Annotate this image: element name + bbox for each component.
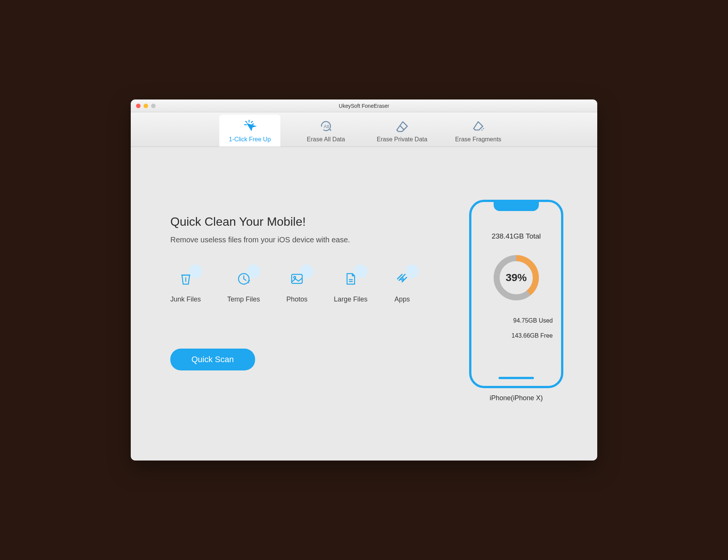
- apps-icon: [394, 271, 410, 287]
- close-button[interactable]: [136, 104, 141, 108]
- svg-line-3: [251, 121, 252, 122]
- window-controls: [131, 104, 156, 108]
- storage-donut-chart: 39%: [492, 253, 541, 302]
- left-panel: Quick Clean Your Mobile! Remove useless …: [170, 162, 458, 445]
- device-panel: 238.41GB Total 39% 94.75GB Used 143.66GB…: [458, 162, 575, 445]
- svg-point-16: [249, 280, 250, 282]
- svg-point-9: [483, 128, 484, 129]
- tab-label: Erase Private Data: [377, 136, 427, 143]
- app-window: UkeySoft FoneEraser 1-Click Free Up A: [131, 99, 597, 461]
- svg-line-14: [244, 279, 246, 280]
- category-photos: Photos: [286, 271, 307, 303]
- svg-point-6: [330, 129, 331, 131]
- cursor-click-icon: [242, 119, 257, 134]
- image-icon: [289, 271, 305, 287]
- titlebar: UkeySoft FoneEraser: [131, 99, 597, 112]
- tab-label: Erase Fragments: [455, 136, 502, 143]
- storage-percent: 39%: [492, 253, 541, 302]
- page-heading: Quick Clean Your Mobile!: [170, 215, 458, 229]
- category-apps: Apps: [394, 271, 410, 303]
- page-subheading: Remove useless files from your iOS devic…: [170, 236, 458, 244]
- svg-line-2: [246, 121, 247, 122]
- category-large-files: Large Files: [334, 271, 367, 303]
- tab-bar: 1-Click Free Up All Erase All Data Erase…: [131, 112, 597, 147]
- storage-used: 94.75GB Used: [471, 317, 553, 324]
- quick-scan-button[interactable]: Quick Scan: [170, 349, 255, 370]
- tab-erase-fragments[interactable]: Erase Fragments: [448, 115, 509, 147]
- tab-label: 1-Click Free Up: [229, 136, 271, 143]
- tab-erase-all[interactable]: All Erase All Data: [295, 115, 356, 147]
- erase-all-icon: All: [318, 119, 333, 134]
- category-label: Temp Files: [227, 295, 260, 303]
- eraser-icon: [395, 119, 410, 134]
- svg-text:All: All: [324, 124, 329, 129]
- file-icon: [343, 271, 359, 287]
- eraser-fragments-icon: [471, 119, 486, 134]
- category-label: Apps: [395, 295, 410, 303]
- category-label: Large Files: [334, 295, 367, 303]
- tab-label: Erase All Data: [307, 136, 345, 143]
- category-junk-files: Junk Files: [170, 271, 201, 303]
- category-row: Junk Files: [170, 271, 458, 303]
- window-title: UkeySoft FoneEraser: [131, 103, 597, 109]
- svg-point-15: [248, 282, 249, 283]
- svg-point-8: [482, 129, 483, 130]
- phone-outline: 238.41GB Total 39% 94.75GB Used 143.66GB…: [469, 200, 563, 388]
- phone-notch: [494, 201, 539, 211]
- trash-icon: [177, 271, 194, 287]
- home-indicator: [499, 377, 534, 379]
- svg-line-4: [252, 124, 254, 124]
- storage-total: 238.41GB Total: [492, 232, 541, 240]
- tab-free-up[interactable]: 1-Click Free Up: [219, 115, 280, 147]
- storage-free: 143.66GB Free: [471, 332, 553, 339]
- svg-point-18: [294, 277, 296, 278]
- minimize-button[interactable]: [144, 104, 148, 108]
- device-name: iPhone(iPhone X): [489, 394, 543, 402]
- category-label: Photos: [286, 295, 307, 303]
- clock-icon: [236, 271, 252, 287]
- category-temp-files: Temp Files: [227, 271, 260, 303]
- svg-line-7: [400, 125, 404, 130]
- maximize-button[interactable]: [151, 104, 156, 108]
- svg-point-24: [401, 278, 403, 280]
- main-content: Quick Clean Your Mobile! Remove useless …: [131, 147, 597, 461]
- category-label: Junk Files: [170, 295, 201, 303]
- tab-erase-private[interactable]: Erase Private Data: [372, 115, 433, 147]
- storage-details: 94.75GB Used 143.66GB Free: [471, 317, 561, 339]
